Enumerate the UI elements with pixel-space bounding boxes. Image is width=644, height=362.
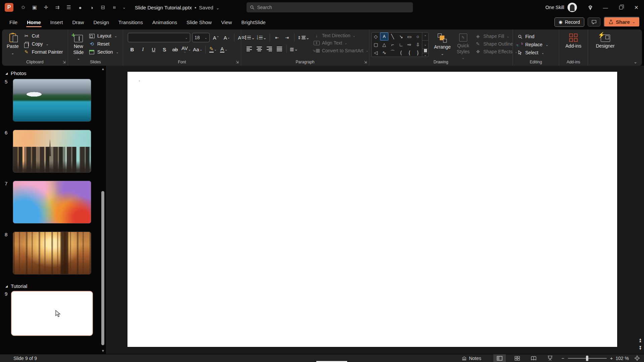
layout-button[interactable]: Layout ⌄	[87, 32, 121, 40]
shape-line[interactable]: ╲	[388, 33, 397, 41]
minimize-button[interactable]: —	[598, 0, 613, 15]
slide-thumbnail-8[interactable]	[13, 232, 91, 275]
addins-button[interactable]: Add-ins	[563, 32, 584, 51]
shape-right-brace[interactable]: }	[414, 49, 422, 57]
grow-font-button[interactable]: A⌃	[212, 33, 220, 42]
bullets-button[interactable]: ⌄	[245, 34, 255, 42]
shape-curve[interactable]: (	[397, 49, 405, 57]
premium-diamond-icon[interactable]	[583, 0, 598, 15]
star-icon[interactable]: ✩	[18, 2, 28, 12]
shape-hexagon[interactable]: ◇	[372, 33, 380, 41]
underline-button[interactable]: U	[149, 45, 158, 54]
format-painter-button[interactable]: ✎ Format Painter	[21, 48, 65, 56]
shape-left-brace[interactable]: {	[405, 49, 414, 57]
replace-button[interactable]: bc Replace ⌄	[515, 41, 550, 48]
section-header-tutorial[interactable]: ◢ Tutorial	[5, 283, 106, 289]
copy-button[interactable]: Copy ⌄	[21, 40, 65, 48]
slide-thumbnail-9-selected[interactable]	[11, 291, 93, 336]
scroll-up-icon[interactable]: ▲	[101, 67, 105, 71]
previous-slide-button[interactable]: ▲▲	[639, 338, 642, 342]
align-objects-icon[interactable]: ⊟	[98, 2, 108, 12]
shape-elbow-connector[interactable]: ⌐	[388, 41, 397, 49]
highlight-color-button[interactable]: ✎ ⌄	[209, 45, 217, 54]
section-header-photos[interactable]: ◢ Photos	[5, 70, 106, 76]
bold-button[interactable]: B	[128, 45, 137, 54]
tab-slide-show[interactable]: Slide Show	[182, 16, 216, 28]
tab-file[interactable]: File	[5, 16, 22, 28]
shape-right-arrow[interactable]: ⇨	[405, 41, 414, 49]
text-shadow-button[interactable]: S	[160, 45, 169, 54]
slide-thumbnail-5[interactable]	[13, 79, 91, 122]
search-input[interactable]	[257, 5, 410, 10]
shape-triangle[interactable]: △	[380, 41, 388, 49]
notes-button[interactable]: Notes	[458, 354, 485, 362]
font-name-input[interactable]	[130, 35, 185, 40]
close-button[interactable]: ×	[629, 0, 644, 15]
slide-thumbnail-6[interactable]	[13, 130, 91, 173]
reading-view-button[interactable]	[527, 354, 540, 362]
font-name-combo[interactable]: ⌄	[128, 33, 190, 42]
zoom-slider-thumb[interactable]	[586, 356, 588, 361]
current-slide[interactable]	[127, 72, 617, 347]
shrink-font-button[interactable]: A⌄	[222, 33, 231, 42]
distribute-icon[interactable]: ≡	[109, 2, 119, 12]
designer-button[interactable]: ⚡ Designer	[593, 32, 617, 51]
document-title[interactable]: Slide Design Tutorial.pptx • Saved ⌄	[135, 5, 219, 10]
account-name[interactable]: One Skill	[545, 5, 564, 10]
shape-oval[interactable]: ○	[414, 33, 422, 41]
character-spacing-button[interactable]: AV↔ ⌄	[181, 45, 191, 54]
font-color-button[interactable]: A ⌄	[219, 45, 228, 54]
normal-view-button[interactable]	[493, 354, 506, 362]
shape-arc[interactable]: ⌒	[388, 49, 397, 57]
shape-elbow-arrow-connector[interactable]: ∟	[397, 41, 405, 49]
increase-indent-button[interactable]: ⇥	[283, 34, 291, 42]
shape-rectangle[interactable]: ▭	[405, 33, 414, 41]
arrange-button[interactable]: Arrange ⌄	[431, 32, 453, 57]
line-spacing-button[interactable]: ⇕⌄	[298, 34, 310, 42]
align-right-button[interactable]	[265, 45, 273, 53]
share-button[interactable]: Share ⌄	[604, 17, 640, 27]
tab-design[interactable]: Design	[89, 16, 114, 28]
section-button[interactable]: Section ⌄	[87, 48, 121, 56]
zoom-out-button[interactable]: −	[561, 355, 565, 361]
change-case-button[interactable]: Aa⌄	[193, 45, 202, 54]
scrollbar-thumb[interactable]	[101, 191, 104, 345]
gallery-scroll-down-icon[interactable]: ⌄	[422, 40, 428, 48]
record-button[interactable]: ◉ Record	[554, 17, 584, 27]
pan-icon[interactable]: ✛	[41, 2, 51, 12]
paragraph-dialog-launcher[interactable]: ⇲	[364, 60, 367, 64]
columns-button[interactable]: ▥⌄	[290, 45, 298, 53]
powerpoint-logo-icon[interactable]: P	[5, 3, 13, 12]
zoom-level[interactable]: 102 %	[615, 356, 629, 361]
paste-button[interactable]: Paste ⌄	[4, 32, 21, 57]
strikethrough-button[interactable]: ab	[171, 45, 179, 54]
select-button[interactable]: Select ⌄	[515, 49, 550, 56]
cut-button[interactable]: ✂ Cut	[21, 32, 65, 40]
scroll-down-icon[interactable]: ▼	[101, 349, 105, 353]
shape-scribble[interactable]: ∿	[380, 49, 388, 57]
collapse-ribbon-icon[interactable]: ⌄	[634, 59, 637, 64]
align-left-button[interactable]	[245, 45, 253, 53]
tab-animations[interactable]: Animations	[148, 16, 182, 28]
zoom-in-button[interactable]: +	[609, 355, 614, 361]
format-brush-icon[interactable]: ⇉	[52, 2, 62, 12]
search-box[interactable]	[247, 2, 413, 12]
font-dialog-launcher[interactable]: ⇲	[236, 60, 239, 64]
reset-button[interactable]: ⟲ Reset	[87, 40, 121, 48]
avatar[interactable]	[568, 3, 577, 12]
shape-down-arrow[interactable]: ⇩	[414, 41, 422, 49]
next-slide-button[interactable]: ▼▼	[639, 346, 642, 350]
decrease-indent-button[interactable]: ⇤	[273, 34, 281, 42]
tab-draw[interactable]: Draw	[67, 16, 89, 28]
record-dot-icon[interactable]: ●	[75, 2, 85, 12]
tab-home[interactable]: Home	[22, 16, 46, 28]
list-icon[interactable]: ☰	[64, 2, 74, 12]
clipboard-dialog-launcher[interactable]: ⇲	[63, 60, 66, 64]
zoom-slider[interactable]	[568, 358, 607, 359]
gallery-scroll-up-icon[interactable]: ⌃	[422, 33, 428, 40]
justify-button[interactable]	[275, 45, 283, 53]
slideshow-view-button[interactable]	[544, 354, 556, 362]
align-center-button[interactable]	[255, 45, 263, 53]
tab-brightslide[interactable]: BrightSlide	[236, 16, 270, 28]
tab-insert[interactable]: Insert	[46, 16, 68, 28]
